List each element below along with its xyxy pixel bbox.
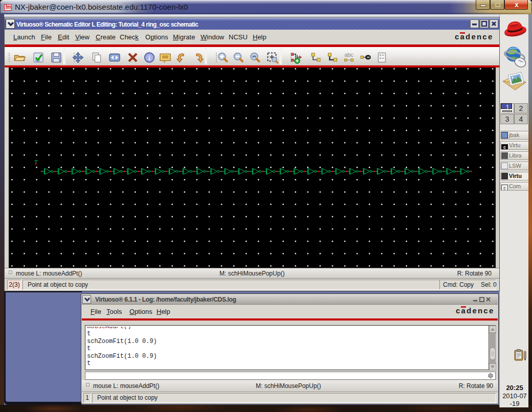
svg-text:abc: abc <box>344 52 353 58</box>
